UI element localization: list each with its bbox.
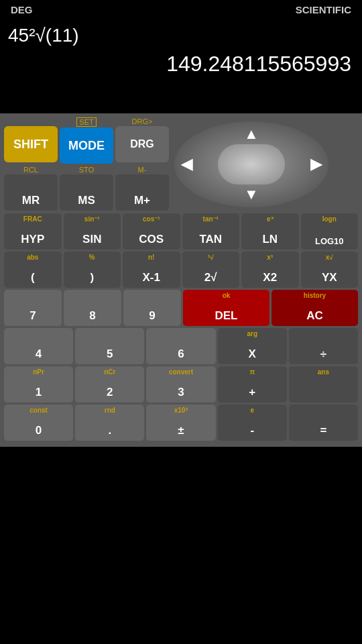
dot-button[interactable]: rnd .	[75, 405, 144, 441]
num-row-2: 4 5 6 arg X ÷	[4, 328, 358, 364]
ac-button[interactable]: history AC	[272, 290, 358, 326]
cos-inv-sub: cos⁻¹	[123, 215, 180, 223]
ex-sub: eˣ	[241, 215, 299, 223]
equals-button[interactable]: =	[289, 405, 358, 441]
top-row: x SHIFT SET MODE DRG> DRG RCL MR	[4, 117, 358, 211]
mplus-wrapper: M- M+	[115, 166, 169, 211]
nav-down-button[interactable]: ▼	[244, 186, 259, 203]
abs-sub: abs	[4, 254, 62, 261]
ans-button[interactable]: ans	[289, 366, 358, 402]
sci-row-2: abs ( % ) n! X-1 ³√ 2√ x³ X2 x√ YX	[4, 252, 358, 288]
del-button[interactable]: ok DEL	[183, 290, 269, 326]
arg-sub: arg	[218, 330, 287, 337]
sin-inv-sub: sin⁻¹	[64, 215, 121, 223]
left-controls: x SHIFT SET MODE DRG> DRG RCL MR	[4, 117, 169, 211]
mode-wrapper: SET MODE	[60, 117, 113, 164]
cbrt-sub: ³√	[182, 254, 240, 261]
tan-inv-sub: tan⁻¹	[182, 215, 240, 223]
divide-button[interactable]: ÷	[289, 328, 358, 364]
header: DEG SCIENTIFIC	[0, 0, 362, 19]
four-button[interactable]: 4	[4, 328, 73, 364]
six-button[interactable]: 6	[146, 328, 215, 364]
eight-button[interactable]: 8	[64, 290, 121, 326]
plus-button[interactable]: π +	[218, 366, 287, 402]
e-sub: e	[218, 407, 287, 414]
nav-pad: ▲ ▼ ◀ ▶	[174, 121, 328, 207]
nfact-sub: n!	[123, 254, 180, 261]
sqrt2-button[interactable]: ³√ 2√	[182, 252, 240, 288]
five-button[interactable]: 5	[75, 328, 144, 364]
one-button[interactable]: nPr 1	[4, 366, 73, 402]
nav-center-button[interactable]	[218, 144, 285, 184]
zero-button[interactable]: const 0	[4, 405, 73, 441]
plusminus-button[interactable]: x10ˣ ±	[146, 405, 215, 441]
result-display: 149.248115565993	[8, 52, 354, 76]
shift-mode-drg-group: x SHIFT SET MODE DRG> DRG	[4, 117, 169, 164]
deg-indicator: DEG	[11, 4, 33, 15]
mplus-button[interactable]: M+	[115, 174, 169, 211]
rcl-label: RCL	[23, 166, 38, 174]
two-button[interactable]: nCr 2	[75, 366, 144, 402]
npr-sub: nPr	[4, 368, 73, 376]
calculator-body: x SHIFT SET MODE DRG> DRG RCL MR	[0, 113, 362, 447]
seven-button[interactable]: 7	[4, 290, 62, 326]
ln-button[interactable]: eˣ LN	[241, 213, 299, 250]
nav-outer: ▲ ▼ ◀ ▶	[174, 121, 328, 207]
nav-left-button[interactable]: ◀	[181, 156, 192, 173]
ms-button[interactable]: MS	[60, 174, 113, 211]
shift-wrapper: x SHIFT	[4, 117, 58, 164]
sci-row-1: FRAC HYP sin⁻¹ SIN cos⁻¹ COS tan⁻¹ TAN e…	[4, 213, 358, 250]
tan-button[interactable]: tan⁻¹ TAN	[182, 213, 240, 250]
close-paren-button[interactable]: % )	[64, 252, 121, 288]
x10x-sub: x10ˣ	[146, 407, 215, 414]
sto-label: STO	[79, 166, 94, 174]
mr-wrapper: RCL MR	[4, 166, 58, 211]
nav-up-button[interactable]: ▲	[244, 125, 259, 143]
ok-sub: ok	[183, 292, 269, 299]
hyp-button[interactable]: FRAC HYP	[4, 213, 62, 250]
num-row-1: 7 8 9 ok DEL history AC	[4, 290, 358, 326]
minus-button[interactable]: e -	[218, 405, 287, 441]
pct-sub: %	[64, 254, 121, 261]
multiply-button[interactable]: arg X	[218, 328, 287, 364]
mode-button[interactable]: MODE	[60, 127, 113, 164]
ans-sub: ans	[289, 368, 358, 376]
num-row-3: nPr 1 nCr 2 convert 3 π + ans	[4, 366, 358, 402]
sin-button[interactable]: sin⁻¹ SIN	[64, 213, 121, 250]
rnd-sub: rnd	[75, 407, 144, 414]
nav-right-button[interactable]: ▶	[310, 156, 322, 173]
convert-sub: convert	[146, 368, 215, 376]
drg-above-label: DRG>	[132, 117, 153, 125]
mem-group: RCL MR STO MS M- M+	[4, 166, 169, 211]
drg-wrapper: DRG> DRG	[115, 117, 169, 164]
display-area: 45²√(11) 149.248115565993	[0, 19, 362, 113]
set-label: SET	[76, 117, 96, 127]
xrt-sub: x√	[301, 254, 359, 261]
log10-button[interactable]: logn LOG10	[301, 213, 359, 250]
ms-wrapper: STO MS	[60, 166, 113, 211]
ncr-sub: nCr	[75, 368, 144, 376]
expression-display: 45²√(11)	[8, 25, 354, 52]
shift-button[interactable]: SHIFT	[4, 126, 58, 162]
history-sub: history	[272, 292, 358, 299]
frac-sub: FRAC	[4, 215, 62, 223]
logn-sub: logn	[301, 215, 359, 223]
const-sub: const	[4, 407, 73, 414]
num-row-4: const 0 rnd . x10ˣ ± e - =	[4, 405, 358, 441]
xcube-sub: x³	[241, 254, 299, 261]
mode-indicator: SCIENTIFIC	[296, 4, 351, 15]
x1-button[interactable]: n! X-1	[123, 252, 180, 288]
mminus-label: M-	[138, 166, 147, 174]
cos-button[interactable]: cos⁻¹ COS	[123, 213, 180, 250]
pi-sub: π	[218, 368, 287, 376]
yx-button[interactable]: x√ YX	[301, 252, 359, 288]
x2-button[interactable]: x³ X2	[241, 252, 299, 288]
nine-button[interactable]: 9	[123, 290, 181, 326]
open-paren-button[interactable]: abs (	[4, 252, 62, 288]
mr-button[interactable]: MR	[4, 174, 58, 211]
three-button[interactable]: convert 3	[146, 366, 215, 402]
drg-button[interactable]: DRG	[115, 126, 169, 162]
